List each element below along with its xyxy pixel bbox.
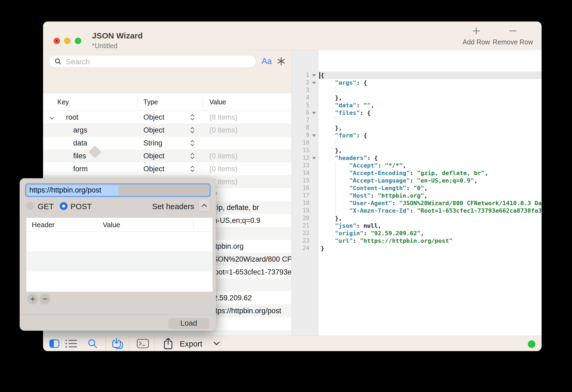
row-value[interactable]: Root=1-653cfec1-73793e662ca8738fa31bcd24 xyxy=(209,268,291,276)
column-header-value[interactable]: Value xyxy=(209,98,226,106)
editor-line[interactable]: }, xyxy=(319,124,542,132)
editor-line[interactable]: "Accept-Encoding": "gzip, deflate, br", xyxy=(319,169,542,177)
terminal-icon xyxy=(137,339,149,348)
find-button[interactable] xyxy=(87,336,98,351)
fold-arrow-icon[interactable] xyxy=(312,82,316,84)
load-from-url-button[interactable] xyxy=(111,336,124,351)
table-row[interactable]: formObject (0 items) xyxy=(43,162,291,175)
regex-toggle[interactable] xyxy=(277,56,286,67)
type-stepper-icon[interactable] xyxy=(190,152,195,161)
editor-line[interactable]: "args": { xyxy=(319,79,542,87)
export-button[interactable] xyxy=(161,336,175,351)
match-case-toggle[interactable]: Aa xyxy=(262,56,272,66)
editor-line[interactable]: } xyxy=(319,245,542,252)
editor-line[interactable] xyxy=(319,87,542,94)
row-type[interactable]: Object xyxy=(143,152,164,160)
console-button[interactable] xyxy=(136,336,150,351)
row-value[interactable]: en-US,en;q=0.9 xyxy=(209,216,260,225)
load-button[interactable]: Load xyxy=(168,318,209,328)
indent-guide xyxy=(335,139,336,147)
bottom-toolbar: Export xyxy=(43,336,542,351)
line-number: 16 xyxy=(292,184,318,192)
editor-line[interactable]: "Accept": "*/*", xyxy=(319,162,542,169)
zoom-button[interactable] xyxy=(75,38,81,44)
table-row[interactable]: rootObject (8 items) xyxy=(43,111,291,124)
table-row[interactable]: dataString xyxy=(43,137,291,149)
type-stepper-icon[interactable] xyxy=(190,139,195,148)
editor-line[interactable]: "json": null, xyxy=(319,222,542,230)
url-input[interactable]: https://httpbin.org/post xyxy=(25,183,211,197)
editor-line[interactable]: "url": "https://httpbin.org/post" xyxy=(319,237,542,245)
column-separator[interactable] xyxy=(203,98,203,107)
type-stepper-icon[interactable] xyxy=(190,126,195,135)
post-radio[interactable] xyxy=(60,202,68,210)
row-type[interactable]: Object xyxy=(143,113,164,122)
row-value[interactable]: (8 items) xyxy=(209,113,238,122)
editor-line[interactable]: "Host": "httpbin.org", xyxy=(319,192,542,199)
add-header-button[interactable] xyxy=(27,294,38,304)
row-value[interactable]: (0 items) xyxy=(209,152,238,160)
remove-header-button[interactable] xyxy=(40,294,50,304)
editor-line[interactable]: "form": { xyxy=(319,132,542,139)
type-stepper-icon[interactable] xyxy=(190,165,195,174)
row-type[interactable]: Object xyxy=(143,126,164,134)
editor-line[interactable]: "Content-Length": "0", xyxy=(319,184,542,192)
row-value[interactable]: JSON%20Wizard/800 CFNetwork/1410.0.3 Dar… xyxy=(209,255,291,263)
editor-line[interactable]: "headers": { xyxy=(319,154,542,162)
empty-header-row[interactable] xyxy=(26,252,213,272)
empty-table-row[interactable] xyxy=(43,330,291,336)
line-number: 13 xyxy=(292,162,318,169)
json-editor[interactable]: 123456789101112131415161718192021222324 … xyxy=(291,50,542,336)
fold-arrow-icon[interactable] xyxy=(312,74,316,77)
editor-line[interactable]: "X-Amzn-Trace-Id": "Root=1-653cfec1-7379… xyxy=(319,207,542,215)
close-button[interactable] xyxy=(54,38,60,44)
row-type[interactable]: String xyxy=(143,139,163,147)
disclosure-icon[interactable] xyxy=(50,116,54,121)
header-col-label[interactable]: Header xyxy=(32,221,55,229)
editor-line[interactable] xyxy=(319,139,542,147)
row-value[interactable]: (0 items) xyxy=(209,165,238,173)
editor-line[interactable]: }, xyxy=(319,94,542,102)
editor-line[interactable]: "files": { xyxy=(319,109,542,117)
post-label[interactable]: POST xyxy=(70,202,92,211)
editor-line[interactable]: { xyxy=(319,72,542,79)
get-label[interactable]: GET xyxy=(38,202,54,211)
table-row[interactable]: argsObject (0 items) xyxy=(43,124,291,137)
column-separator[interactable] xyxy=(96,220,96,229)
editor-line[interactable]: }, xyxy=(319,215,542,222)
minimize-button[interactable] xyxy=(64,38,70,44)
search-input[interactable]: Search xyxy=(49,55,256,68)
list-view-button[interactable] xyxy=(65,336,77,351)
value-col-label[interactable]: Value xyxy=(103,221,120,229)
fold-arrow-icon[interactable] xyxy=(312,157,316,159)
column-header-key[interactable]: Key xyxy=(57,98,69,106)
editor-line[interactable]: "origin": "92.59.209.62", xyxy=(319,230,542,237)
table-row[interactable]: filesObject (0 items) xyxy=(43,149,291,162)
column-separator[interactable] xyxy=(137,98,137,107)
editor-line[interactable]: }, xyxy=(319,147,542,154)
remove-row-button[interactable]: Remove Row xyxy=(489,26,537,46)
toggle-sidebar-button[interactable] xyxy=(48,336,60,351)
row-key: files xyxy=(73,152,86,160)
editor-line[interactable] xyxy=(319,117,542,124)
collapse-headers-button[interactable] xyxy=(199,199,210,211)
row-value[interactable]: https://httpbin.org/post xyxy=(209,307,281,315)
export-label[interactable]: Export xyxy=(180,340,202,348)
fold-arrow-icon[interactable] xyxy=(312,134,316,137)
fold-arrow-icon[interactable] xyxy=(312,112,316,114)
get-radio[interactable] xyxy=(26,202,34,210)
editor-line[interactable]: "User-Agent": "JSON%20Wizard/800 CFNetwo… xyxy=(319,199,542,207)
export-menu-button[interactable] xyxy=(213,336,221,351)
column-separator[interactable] xyxy=(193,220,194,229)
remove-row-label: Remove Row xyxy=(489,38,537,46)
row-type[interactable]: Object xyxy=(143,165,164,173)
editor-line[interactable]: "Accept-Language": "en-US,en;q=0.9", xyxy=(319,177,542,184)
empty-header-row[interactable] xyxy=(26,272,213,291)
column-header-type[interactable]: Type xyxy=(143,98,158,106)
row-value[interactable]: (0 items) xyxy=(209,126,238,134)
editor-line[interactable]: "data": "", xyxy=(319,102,542,109)
type-stepper-icon[interactable] xyxy=(190,113,195,122)
empty-header-row[interactable] xyxy=(26,232,213,252)
line-number: 21 xyxy=(292,222,318,230)
row-value[interactable]: gzip, deflate, br xyxy=(209,204,259,212)
